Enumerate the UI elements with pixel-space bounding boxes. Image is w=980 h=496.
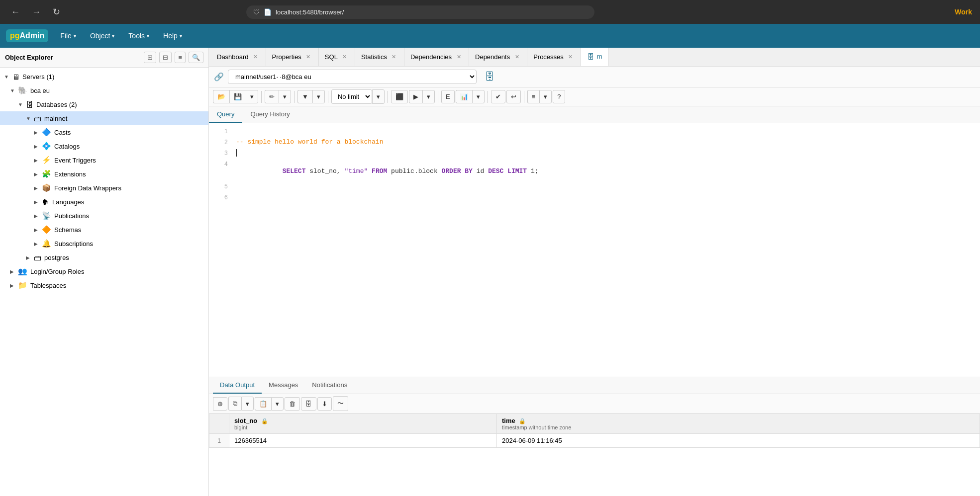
explain-analyze-button[interactable]: 📊 [456, 90, 472, 103]
chevron-right-icon: ▶ [34, 241, 42, 247]
col-slot-no-header[interactable]: slot_no 🔒 bigint [229, 414, 497, 434]
sidebar-icon-btn-1[interactable]: ⊞ [144, 52, 156, 63]
tab-sql-close[interactable]: ✕ [341, 53, 349, 61]
chart-button[interactable]: 〜 [333, 396, 348, 411]
paste-button[interactable]: 📋 [255, 397, 271, 411]
tree-item-foreign-data[interactable]: ▶ 📦 Foreign Data Wrappers [0, 181, 208, 195]
tree-item-event-triggers[interactable]: ▶ ⚡ Event Triggers [0, 153, 208, 167]
tab-dashboard-close[interactable]: ✕ [252, 53, 260, 61]
filter-dropdown-button[interactable]: ▾ [312, 90, 325, 103]
copy-button[interactable]: ⧉ [228, 397, 241, 411]
tab-processes[interactable]: Processes ✕ [527, 48, 581, 67]
chevron-down-icon: ▾ [74, 33, 76, 39]
menu-help[interactable]: Help ▾ [157, 29, 188, 43]
tree-item-casts[interactable]: ▶ 🔷 Casts [0, 125, 208, 139]
catalogs-icon: 💠 [42, 142, 51, 151]
tree-item-databases[interactable]: ▼ 🗄 Databases (2) [0, 97, 208, 111]
macros-dropdown[interactable]: ▾ [539, 90, 552, 103]
copy-dropdown-button[interactable]: ▾ [241, 397, 254, 411]
open-file-button[interactable]: 📂 [213, 90, 229, 103]
edit-dropdown-button[interactable]: ▾ [279, 90, 291, 103]
tree-item-catalogs[interactable]: ▶ 💠 Catalogs [0, 139, 208, 153]
connection-select[interactable]: mainnet/user1· ·8@bca eu [228, 70, 477, 84]
tab-properties-close[interactable]: ✕ [304, 53, 312, 61]
limit-dropdown-button[interactable]: ▾ [372, 89, 385, 104]
tab-dependencies[interactable]: Dependencies ✕ [404, 48, 469, 67]
table-row[interactable]: 1 126365514 2024-06-09 11:16:45 [209, 434, 980, 448]
tab-dependencies-label: Dependencies [410, 53, 452, 61]
limit-select[interactable]: No limit [331, 89, 372, 104]
stop-button[interactable]: ⬛ [391, 90, 408, 103]
tab-notifications[interactable]: Notifications [305, 377, 354, 394]
chevron-down-icon: ▾ [112, 33, 114, 39]
tablespaces-label: Tablespaces [30, 282, 66, 289]
code-editor[interactable]: 1 2 -- simple hello world for a blockcha… [209, 123, 980, 377]
save-dropdown-button[interactable]: ▾ [246, 90, 258, 103]
menu-object[interactable]: Object ▾ [84, 29, 120, 43]
url-input[interactable] [276, 8, 588, 16]
chevron-right-icon: ▶ [34, 158, 42, 163]
tab-more[interactable]: 🗄 m [581, 48, 609, 67]
tab-dependents-close[interactable]: ✕ [513, 53, 521, 61]
time-cell[interactable]: 2024-06-09 11:16:45 [496, 434, 980, 448]
code-line-6: 6 [209, 193, 980, 204]
forward-button[interactable]: → [29, 5, 44, 19]
add-row-button[interactable]: ⊕ [213, 397, 227, 411]
extensions-label: Extensions [54, 170, 86, 178]
tree-item-mainnet[interactable]: ▼ 🗃 mainnet [0, 111, 208, 125]
tab-data-output[interactable]: Data Output [213, 377, 262, 394]
sidebar-icon-btn-2[interactable]: ⊟ [159, 52, 172, 63]
slot-no-cell[interactable]: 126365514 [229, 434, 497, 448]
commit-button[interactable]: ✔ [491, 90, 505, 103]
macros-button[interactable]: ≡ [527, 90, 540, 103]
code-line-5: 5 [209, 182, 980, 193]
tree-item-languages[interactable]: ▶ 🗣 Languages [0, 195, 208, 209]
tab-query-history[interactable]: Query History [242, 106, 297, 123]
foreign-data-label: Foreign Data Wrappers [54, 184, 121, 192]
tree-item-extensions[interactable]: ▶ 🧩 Extensions [0, 167, 208, 181]
filter-button[interactable]: ▼ [297, 90, 312, 103]
refresh-button[interactable]: ↻ [50, 4, 63, 19]
paste-dropdown-button[interactable]: ▾ [271, 397, 284, 411]
explain-button[interactable]: E [441, 90, 455, 103]
menu-tools[interactable]: Tools ▾ [122, 29, 155, 43]
tab-properties[interactable]: Properties ✕ [266, 48, 319, 67]
tab-processes-close[interactable]: ✕ [567, 53, 575, 61]
col-time-header[interactable]: time 🔒 timestamp without time zone [496, 414, 980, 434]
run-dropdown-button[interactable]: ▾ [422, 90, 435, 103]
explain-analyze-dropdown[interactable]: ▾ [472, 90, 485, 103]
tree-item-schemas[interactable]: ▶ 🔶 Schemas [0, 223, 208, 237]
tab-statistics-close[interactable]: ✕ [390, 53, 398, 61]
tree-item-servers[interactable]: ▼ 🖥 Servers (1) [0, 70, 208, 83]
tree-item-login-roles[interactable]: ▶ 👥 Login/Group Roles [0, 264, 208, 278]
menu-file[interactable]: File ▾ [54, 29, 82, 43]
tree-item-postgres[interactable]: ▶ 🗃 postgres [0, 250, 208, 264]
tree-item-bca-eu[interactable]: ▼ 🐘 bca eu [0, 83, 208, 97]
tab-statistics[interactable]: Statistics ✕ [355, 48, 404, 67]
rollback-button[interactable]: ↩ [506, 90, 521, 103]
sidebar-search-button[interactable]: 🔍 [189, 52, 203, 63]
tab-dependencies-close[interactable]: ✕ [455, 53, 463, 61]
help-button[interactable]: ? [553, 90, 565, 103]
tree-item-publications[interactable]: ▶ 📡 Publications [0, 209, 208, 223]
tab-messages[interactable]: Messages [262, 377, 305, 394]
tab-dashboard[interactable]: Dashboard ✕ [211, 48, 266, 67]
delete-row-button[interactable]: 🗑 [285, 397, 300, 411]
tab-query[interactable]: Query [209, 106, 242, 123]
edit-button[interactable]: ✏ [265, 90, 279, 103]
code-line-2: 2 -- simple hello world for a blockchain [209, 138, 980, 149]
tree-item-tablespaces[interactable]: ▶ 📁 Tablespaces [0, 278, 208, 292]
tree-item-subscriptions[interactable]: ▶ 🔔 Subscriptions [0, 237, 208, 250]
tab-sql[interactable]: SQL ✕ [319, 48, 355, 67]
toolbar-divider-5 [438, 91, 438, 103]
back-button[interactable]: ← [8, 5, 23, 19]
tab-dependents[interactable]: Dependents ✕ [469, 48, 527, 67]
sidebar-icon-btn-3[interactable]: ≡ [175, 52, 186, 63]
save-file-button[interactable]: 💾 [229, 90, 246, 103]
chevron-down-icon: ▾ [180, 33, 182, 39]
chevron-down-icon: ▼ [4, 74, 12, 80]
download-button[interactable]: ⬇ [317, 397, 332, 411]
run-button[interactable]: ▶ [409, 90, 422, 103]
save-data-button[interactable]: 🗄 [301, 397, 316, 411]
lock-icon: 🔒 [519, 418, 526, 424]
